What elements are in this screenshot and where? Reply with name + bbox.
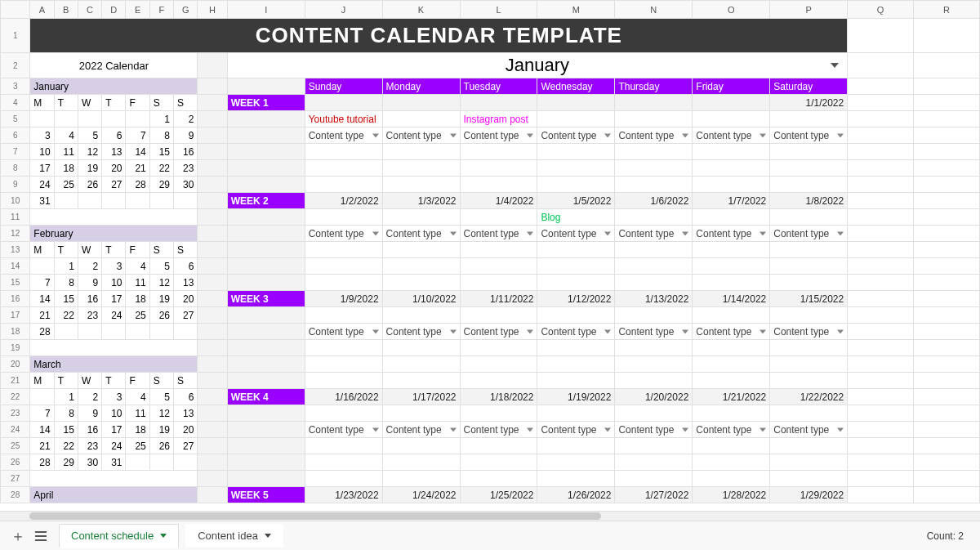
content-type-dropdown[interactable]: Content type (615, 127, 693, 144)
col-header[interactable]: O (693, 1, 770, 19)
content-type-dropdown[interactable]: Content type (460, 226, 537, 242)
row-header[interactable]: 17 (1, 307, 30, 324)
horizontal-scrollbar[interactable] (0, 511, 980, 521)
col-header[interactable]: H (198, 1, 227, 19)
row-header[interactable]: 19 (1, 340, 30, 356)
entry-youtube[interactable]: Youtube tutorial (305, 111, 382, 127)
select-all-corner[interactable] (1, 1, 30, 19)
content-type-dropdown[interactable]: Content type (460, 422, 537, 438)
row-header[interactable]: 20 (1, 356, 30, 373)
row-header[interactable]: 4 (1, 95, 30, 111)
col-header[interactable]: K (382, 1, 460, 19)
col-header[interactable]: E (126, 1, 149, 19)
chevron-down-icon (837, 329, 844, 333)
row-header[interactable]: 9 (1, 177, 30, 193)
col-header[interactable]: I (227, 1, 305, 19)
content-type-dropdown[interactable]: Content type (460, 324, 537, 340)
content-type-dropdown[interactable]: Content type (770, 226, 848, 242)
chevron-down-icon (265, 534, 271, 538)
content-type-dropdown[interactable]: Content type (615, 324, 693, 340)
col-header[interactable]: J (305, 1, 382, 19)
content-type-dropdown[interactable]: Content type (382, 324, 460, 340)
row-header[interactable]: 3 (1, 78, 30, 95)
chevron-down-icon (604, 133, 611, 137)
col-header[interactable]: A (30, 1, 54, 19)
row-header[interactable]: 15 (1, 275, 30, 291)
row-header[interactable]: 16 (1, 291, 30, 307)
content-type-dropdown[interactable]: Content type (615, 422, 693, 438)
chevron-down-icon (160, 534, 167, 538)
row-header[interactable]: 26 (1, 454, 30, 471)
col-header[interactable]: P (770, 1, 848, 19)
month-selector[interactable]: January (227, 53, 848, 78)
chevron-down-icon (450, 231, 457, 235)
row-header[interactable]: 28 (1, 487, 30, 503)
row-header[interactable]: 18 (1, 324, 30, 340)
content-type-dropdown[interactable]: Content type (382, 226, 460, 242)
chevron-down-icon (760, 133, 766, 137)
mini-month-march: March (30, 356, 198, 373)
content-type-dropdown[interactable]: Content type (537, 324, 615, 340)
row-header[interactable]: 12 (1, 226, 30, 242)
all-sheets-button[interactable] (29, 525, 52, 548)
content-type-dropdown[interactable]: Content type (382, 127, 460, 144)
entry-instagram[interactable]: Instagram post (460, 111, 537, 127)
chevron-down-icon (527, 329, 533, 333)
content-type-dropdown[interactable]: Content type (460, 127, 537, 144)
content-type-dropdown[interactable]: Content type (537, 226, 615, 242)
tab-label: Content idea (198, 530, 258, 542)
content-type-dropdown[interactable]: Content type (770, 422, 848, 438)
tab-label: Content schedule (71, 530, 154, 542)
content-type-dropdown[interactable]: Content type (382, 422, 460, 438)
content-type-dropdown[interactable]: Content type (693, 226, 770, 242)
content-type-dropdown[interactable]: Content type (693, 324, 770, 340)
content-type-dropdown[interactable]: Content type (305, 422, 382, 438)
row-header[interactable]: 24 (1, 422, 30, 438)
col-header[interactable]: D (102, 1, 126, 19)
row-header[interactable]: 7 (1, 144, 30, 160)
content-type-dropdown[interactable]: Content type (693, 422, 770, 438)
week1-label: WEEK 1 (227, 95, 305, 111)
row-header[interactable]: 10 (1, 193, 30, 209)
row-header[interactable]: 23 (1, 405, 30, 422)
content-type-dropdown[interactable]: Content type (537, 127, 615, 144)
row-header[interactable]: 22 (1, 389, 30, 405)
col-header[interactable]: R (913, 1, 979, 19)
row-header[interactable]: 21 (1, 373, 30, 389)
col-header[interactable]: G (174, 1, 198, 19)
row-header[interactable]: 1 (1, 19, 30, 53)
date-cell[interactable]: 1/1/2022 (770, 95, 848, 111)
row-header[interactable]: 14 (1, 258, 30, 275)
add-sheet-button[interactable]: ＋ (7, 525, 29, 548)
content-type-dropdown[interactable]: Content type (615, 226, 693, 242)
scrollbar-thumb[interactable] (29, 512, 601, 520)
col-header[interactable]: Q (848, 1, 914, 19)
tab-content-schedule[interactable]: Content schedule (59, 524, 179, 548)
col-header[interactable]: M (537, 1, 615, 19)
tab-content-idea[interactable]: Content idea (185, 524, 283, 548)
row-header[interactable]: 8 (1, 160, 30, 177)
content-type-dropdown[interactable]: Content type (305, 324, 382, 340)
col-header[interactable]: N (615, 1, 693, 19)
content-type-dropdown[interactable]: Content type (305, 127, 382, 144)
col-header[interactable]: F (149, 1, 173, 19)
row-header[interactable]: 2 (1, 53, 30, 78)
entry-blog[interactable]: Blog (537, 209, 615, 226)
row-header[interactable]: 5 (1, 111, 30, 127)
row-header[interactable]: 27 (1, 471, 30, 487)
content-type-dropdown[interactable]: Content type (537, 422, 615, 438)
col-header[interactable]: L (460, 1, 537, 19)
row-header[interactable]: 11 (1, 209, 30, 226)
content-type-dropdown[interactable]: Content type (693, 127, 770, 144)
content-type-dropdown[interactable]: Content type (770, 324, 848, 340)
week4-label: WEEK 4 (227, 389, 305, 405)
col-header[interactable]: B (54, 1, 78, 19)
mini-month-april: April (30, 487, 198, 503)
row-header[interactable]: 13 (1, 242, 30, 258)
row-header[interactable]: 6 (1, 127, 30, 144)
chevron-down-icon (450, 427, 457, 432)
col-header[interactable]: C (78, 1, 101, 19)
content-type-dropdown[interactable]: Content type (770, 127, 848, 144)
content-type-dropdown[interactable]: Content type (305, 226, 382, 242)
row-header[interactable]: 25 (1, 438, 30, 454)
